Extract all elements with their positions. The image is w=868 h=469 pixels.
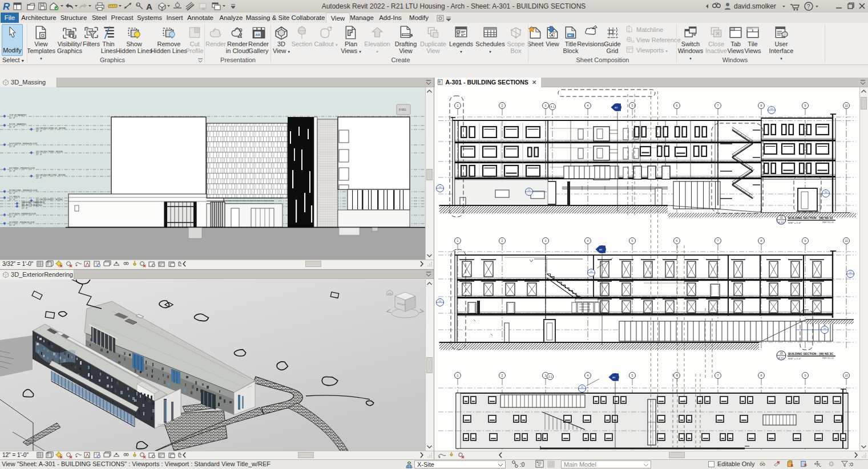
svg-text:8.681: 8.681 (399, 108, 406, 111)
svg-text:4.1: 4.1 (551, 105, 555, 108)
svg-text:D3 CEILING THIRD - MODEL: D3 CEILING THIRD - MODEL (36, 151, 63, 153)
svg-text:T.O. BRICK: T.O. BRICK (9, 196, 20, 198)
svg-text:D4 FOURTH - FINISH FLOOR: D4 FOURTH - FINISH FLOOR (9, 143, 37, 145)
svg-text:10: 10 (845, 374, 848, 377)
svg-text:5: 5 (632, 374, 633, 377)
svg-text:22' - 8": 22' - 8" (22, 207, 28, 209)
svg-text:22' - 8": 22' - 8" (9, 126, 15, 128)
svg-text:5: 5 (632, 239, 633, 242)
svg-text:3: 3 (545, 374, 547, 377)
svg-text:5: 5 (632, 104, 633, 107)
svg-text:2: 2 (502, 104, 503, 107)
svg-text:10: 10 (528, 189, 531, 192)
svg-text:10: 10 (825, 191, 827, 193)
svg-text:3.1: 3.1 (548, 375, 552, 378)
svg-text:2: 2 (502, 374, 503, 377)
svg-text:1: 1 (457, 104, 459, 107)
svg-text:22' - 8": 22' - 8" (36, 177, 42, 179)
svg-text:BUILDING SECTION - (W) NS 32: BUILDING SECTION - (W) NS 32 (788, 216, 833, 220)
svg-text:10: 10 (845, 239, 848, 242)
svg-text:22' - 8": 22' - 8" (9, 224, 15, 227)
svg-text:?: ? (807, 3, 810, 10)
svg-text:REF 911-01: REF 911-01 (822, 357, 834, 359)
svg-text:7: 7 (717, 374, 719, 377)
svg-text:A-301: A-301 (778, 357, 785, 359)
svg-text:9: 9 (805, 374, 806, 377)
svg-text:1: 1 (457, 374, 459, 377)
svg-text:D4 CEILING LEVEL 04 - MODEL: D4 CEILING LEVEL 04 - MODEL (36, 127, 66, 130)
svg-text:4: 4 (587, 239, 589, 242)
svg-text:D1 CEILING FIRST - MODEL: D1 CEILING FIRST - MODEL (36, 199, 63, 201)
svg-text:9: 9 (805, 104, 806, 107)
svg-text:BUILDING SECTION - (W) NS 3C: BUILDING SECTION - (W) NS 3C (788, 352, 834, 355)
svg-text:D3 CEILING SECOND - MODEL: D3 CEILING SECOND - MODEL (36, 174, 66, 176)
svg-text:15: 15 (780, 216, 783, 219)
svg-text:22' - 8": 22' - 8" (36, 153, 42, 156)
svg-text::0: :0 (520, 462, 525, 468)
svg-text:3: 3 (545, 239, 547, 242)
svg-text:10: 10 (849, 271, 852, 274)
svg-text:david.smolker: david.smolker (734, 2, 776, 10)
svg-text:D1 PLINTH - FINISH FLOOR: D1 PLINTH - FINISH FLOOR (9, 213, 36, 215)
svg-text:D3 THIRD - FINISH FLOOR: D3 THIRD - FINISH FLOOR (9, 167, 35, 169)
svg-text:10: 10 (845, 104, 848, 107)
svg-text:4: 4 (587, 374, 589, 377)
svg-text:22' - 8": 22' - 8" (36, 130, 42, 132)
svg-text:6: 6 (676, 104, 678, 107)
svg-text:7: 7 (717, 239, 719, 242)
svg-text:8: 8 (761, 104, 762, 107)
svg-text:1: 1 (457, 239, 459, 242)
svg-text:22' - 8": 22' - 8" (9, 145, 15, 148)
svg-text:A-301: A-301 (778, 221, 785, 224)
svg-text:A3: A3 (615, 106, 618, 109)
svg-text:2: 2 (502, 239, 503, 242)
svg-text:ROOF - BEARING: ROOF - BEARING (9, 123, 26, 126)
svg-text:SILL ROOF BEARING: SILL ROOF BEARING (22, 204, 42, 207)
svg-text:22' - 8": 22' - 8" (9, 199, 15, 201)
svg-text:3/32" = 1'-0": 3/32" = 1'-0" (788, 357, 801, 360)
svg-text:6: 6 (676, 239, 678, 242)
svg-text:8: 8 (761, 374, 762, 377)
svg-text:R: R (3, 1, 10, 12)
svg-text:3/32" = 1'-0": 3/32" = 1'-0" (788, 221, 801, 224)
svg-text:A3: A3 (599, 248, 603, 251)
svg-text:8: 8 (761, 239, 762, 242)
svg-text:10: 10 (439, 185, 442, 188)
svg-text:4: 4 (587, 104, 589, 107)
svg-text:A: A (146, 2, 152, 11)
svg-text:7: 7 (717, 104, 719, 107)
svg-text:30: 30 (631, 40, 635, 43)
svg-text:22' - 8": 22' - 8" (9, 216, 15, 218)
svg-text:TOP OF PARAPET: TOP OF PARAPET (9, 114, 27, 116)
svg-text::0: :0 (849, 461, 853, 467)
svg-text:15: 15 (780, 352, 783, 355)
svg-text:D1 FIRST - FINISH FLOOR: D1 FIRST - FINISH FLOOR (9, 221, 35, 224)
svg-text:10: 10 (770, 107, 773, 110)
svg-text:10: 10 (581, 386, 584, 389)
svg-text:22' - 8": 22' - 8" (9, 117, 15, 119)
svg-text:22' - 8": 22' - 8" (9, 192, 15, 195)
svg-text:REF 911-01: REF 911-01 (822, 221, 834, 224)
svg-text:10: 10 (823, 327, 826, 330)
svg-text:D2 SECOND - FINISH FLOOR: D2 SECOND - FINISH FLOOR (9, 189, 38, 192)
svg-text:9: 9 (805, 239, 806, 242)
svg-text:MATERIAL TRANSITION: MATERIAL TRANSITION (22, 201, 45, 204)
svg-text:22' - 8": 22' - 8" (9, 170, 15, 172)
svg-text:10: 10 (590, 270, 593, 273)
svg-text:3: 3 (545, 104, 547, 107)
svg-text:A3: A3 (612, 376, 616, 379)
svg-text:10: 10 (439, 300, 442, 302)
